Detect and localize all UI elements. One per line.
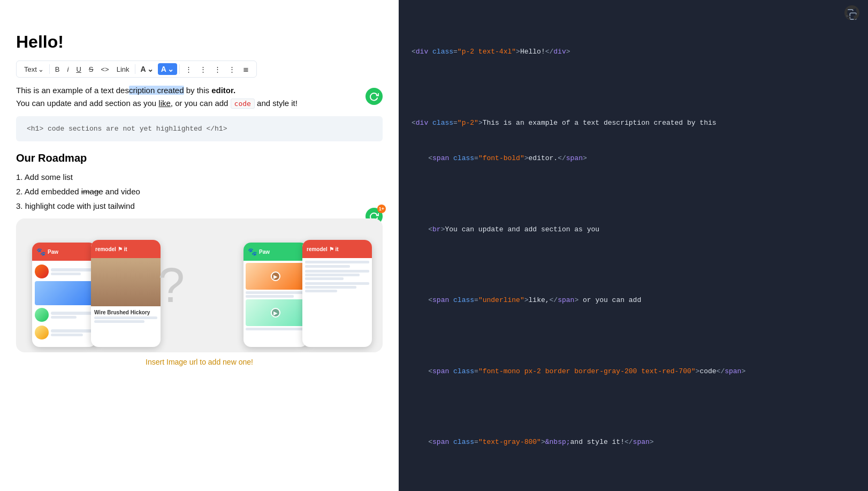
code-line [412,259,855,271]
text-format-dropdown[interactable]: Text ⌄ [21,64,47,75]
image-area: 🐾 Paw [16,218,383,366]
code-line: <span class="font-bold">editor.</span> [412,153,855,164]
code-line: <div class="p-2">This is an example of a… [412,117,855,129]
code-line: <br>You can update and add section as yo… [412,224,855,236]
link-button[interactable]: Link [113,64,133,75]
code-view: <div class="p-2 text-4xl">Hello!</div> <… [412,11,855,491]
highlighted-text: cription created [129,86,184,95]
list-item-2-post: and video [103,187,140,196]
code-line [412,82,855,94]
chevron-down-icon-2: ⌄ [147,65,154,73]
image-placeholder: 🐾 Paw [16,218,383,352]
bold-editor-text: editor. [211,86,235,95]
code-line: <span class="text-gray-800">&nbsp;and st… [412,436,855,448]
code-line [412,330,855,342]
font-color-button[interactable]: A ⌄ [138,63,157,75]
toolbar-separator-2 [135,64,135,74]
list-item-2-strike: image [81,187,103,196]
font-color-active-button[interactable]: A ⌄ [158,63,177,75]
code-line [412,188,855,200]
code-line [412,401,855,413]
page-title: Hello! [16,32,383,52]
align-justify-button[interactable]: ⋮ [225,64,239,75]
paragraph2-pre: You can update and add section as you [16,99,158,108]
list-item-1: 1. Add some list [16,170,383,184]
bold-button[interactable]: B [52,64,63,75]
editor-panel: Hello! Text ⌄ B i U S <> Link A ⌄ A ⌄ ⋮ … [0,0,399,491]
fab-notification-badge: 1+ [377,205,386,213]
insert-image-url-text[interactable]: Insert Image url to add new one! [16,358,383,366]
code-line: <span class="font-mono px-2 border borde… [412,366,855,377]
code-panel: <div class="p-2 text-4xl">Hello!</div> <… [399,0,868,491]
toolbar-separator-3 [179,64,180,74]
list-item-2: 2. Add embedded image and video [16,184,383,199]
align-left-button[interactable]: ⋮ [182,64,195,75]
strikethrough-button[interactable]: S [86,64,97,75]
paragraph2-mid: or you can add [173,99,231,108]
list-button[interactable]: ≣ [240,64,252,75]
code-line: <div class="p-2 text-4xl">Hello!</div> [412,46,855,58]
text-after-highlight: by this [184,86,212,95]
refresh-fab-top[interactable] [366,88,383,105]
editor-toolbar: Text ⌄ B i U S <> Link A ⌄ A ⌄ ⋮ ⋮ ⋮ ⋮ ≣ [16,61,257,78]
toolbar-separator [49,64,50,74]
editor-body: This is an example of a text description… [16,84,383,110]
code-inline-text: code [231,99,255,109]
text-before-highlight: This is an example of a text des [16,86,129,95]
code-button[interactable]: <> [97,64,112,75]
underline-button[interactable]: U [73,64,84,75]
code-block: <h1> code sections are not yet highlight… [16,116,383,141]
github-icon [844,5,859,24]
align-center-button[interactable]: ⋮ [196,64,210,75]
align-right-button[interactable]: ⋮ [211,64,224,75]
list-item-3: 3. highlight code with just tailwind [16,199,383,213]
paragraph2-post: and style it! [255,99,298,108]
question-mark: ? [158,258,185,313]
phone-mockup-center: remodel ⚑ it Wire Brushed Hickory [91,240,161,347]
code-line: <span class="underline">like,</span> or … [412,294,855,306]
chevron-down-icon-3: ⌄ [167,65,174,73]
phone-mockup-right-2: remodel ⚑ it [302,240,372,347]
phone-mockup-right-1: 🐾 Paw ▶ [243,243,308,347]
list-item-2-pre: 2. Add embedded [16,187,81,196]
editor-list: 1. Add some list 2. Add embedded image a… [16,170,383,213]
section-heading: Our Roadmap [16,152,383,164]
italic-button[interactable]: i [64,64,72,75]
code-line [412,472,855,484]
phone-mockup-left: 🐾 Paw [32,243,96,347]
chevron-down-icon: ⌄ [38,65,44,73]
underline-like-text: like, [158,99,173,108]
